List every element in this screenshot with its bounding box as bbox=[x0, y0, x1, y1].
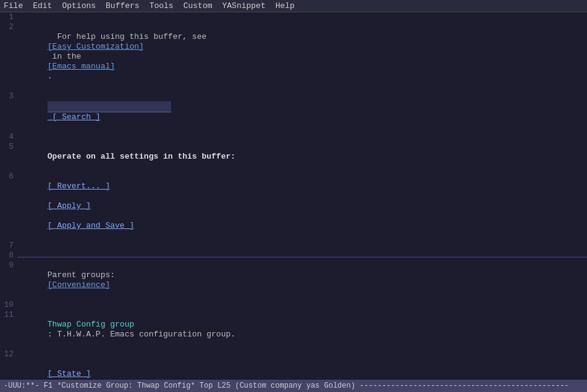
menu-yasnippet[interactable]: YASnippet bbox=[221, 1, 266, 10]
easy-customization-link[interactable]: [Easy Customization] bbox=[48, 42, 144, 51]
revert-button[interactable]: [ Revert... ] bbox=[48, 181, 110, 191]
line-1: 1 bbox=[0, 12, 587, 22]
operate-text: Operate on all settings in this buffer: bbox=[48, 152, 235, 161]
line-6: 6 [ Revert... ] [ Apply ] [ Apply and Sa… bbox=[0, 172, 587, 241]
menu-tools[interactable]: Tools bbox=[148, 1, 175, 10]
line-4: 4 bbox=[0, 132, 587, 142]
parent-groups-label: Parent groups: bbox=[48, 270, 120, 280]
help-in: in the bbox=[48, 52, 86, 61]
apply-save-button[interactable]: [ Apply and Save ] bbox=[48, 221, 134, 230]
menu-edit[interactable]: Edit bbox=[32, 1, 53, 10]
line-9: 9 Parent groups: [Convenience] bbox=[0, 261, 587, 300]
menu-help[interactable]: Help bbox=[274, 1, 296, 10]
line-10: 10 bbox=[0, 300, 587, 310]
line-3: 3 [ Search ] bbox=[0, 91, 587, 132]
status-text: -UUU:**- F1 *Customize Group: Thwap Conf… bbox=[4, 382, 569, 390]
state-link-12[interactable]: [ State ] bbox=[48, 369, 91, 378]
search-input[interactable] bbox=[48, 101, 171, 112]
line-12: 12 [ State ] : something in this group h… bbox=[0, 349, 587, 378]
search-button[interactable]: [ Search ] bbox=[48, 112, 101, 122]
line-8: 8 bbox=[0, 251, 587, 261]
line-7: 7 bbox=[0, 241, 587, 251]
line-11: 11 Thwap Config group : T.H.W.A.P. Emacs… bbox=[0, 310, 587, 349]
line-2: 2 For help using this buffer, see [Easy … bbox=[0, 22, 587, 91]
line-5: 5 Operate on all settings in this buffer… bbox=[0, 142, 587, 172]
menu-options[interactable]: Options bbox=[61, 1, 97, 10]
convenience-link[interactable]: [Convenience] bbox=[48, 280, 110, 290]
emacs-manual-link[interactable]: [Emacs manual] bbox=[48, 62, 115, 71]
menu-buffers[interactable]: Buffers bbox=[104, 1, 141, 10]
status-bar: -UUU:**- F1 *Customize Group: Thwap Conf… bbox=[0, 380, 587, 392]
content-area: 1 2 For help using this buffer, see [Eas… bbox=[0, 12, 587, 378]
help-period: . bbox=[48, 72, 53, 81]
menu-custom[interactable]: Custom bbox=[182, 1, 214, 10]
menu-file[interactable]: File bbox=[2, 1, 24, 10]
group-name: Thwap Config group bbox=[48, 320, 134, 329]
menu-bar: File Edit Options Buffers Tools Custom Y… bbox=[0, 0, 587, 12]
apply-button[interactable]: [ Apply ] bbox=[48, 201, 91, 211]
help-text: For help using this buffer, see bbox=[48, 32, 211, 41]
